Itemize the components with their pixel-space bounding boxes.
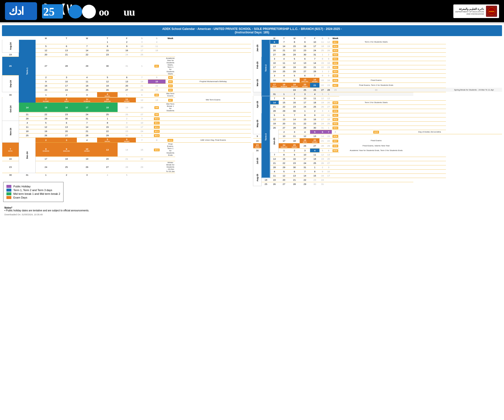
right-calendar-table: M T W T F S S Week Jan-25 Term-2 6 7 bbox=[253, 37, 502, 186]
dept-arabic: دائـرة التعليـم والمعرفة bbox=[455, 7, 484, 11]
main-content: M T W T F S S Week Aug-24 Term-1 bbox=[0, 37, 504, 216]
week-w8: W8 bbox=[154, 106, 159, 109]
header-banner: ◆2VI ❩●❪\/ ادك 25 oo uu دائـرة التعليـم … bbox=[0, 0, 504, 22]
table-row: 24 25 26 27 28 1 2 W24 bbox=[253, 69, 502, 73]
table-row: 12 13 14 15 16 17 18 W32 bbox=[253, 117, 502, 121]
week-w17: W17 bbox=[333, 41, 338, 44]
color-bar bbox=[0, 22, 504, 24]
table-row: 30 31 1 2 3 4 5 bbox=[2, 173, 251, 177]
r-col-t: T bbox=[279, 37, 289, 40]
event-w37: Final Exams bbox=[339, 138, 413, 143]
event-w35: Day of Arafat, Eid al-Adha bbox=[413, 130, 446, 134]
table-row: 23MATH 24ENGLISH 25ARABIC 26 27 28 29 W3… bbox=[253, 143, 502, 148]
week-w10: W10 bbox=[154, 117, 159, 120]
table-row: Aug-25 4 5 6 7 8 9 10 bbox=[253, 169, 502, 173]
table-row: 26 27 28 29 30 31 1 W34 bbox=[253, 126, 502, 130]
legend-item-holiday: Public Holiday bbox=[6, 185, 60, 188]
table-row: 30 1 2 3 4 5 6 W39 Academic Year for Stu… bbox=[253, 148, 502, 152]
month-may25: May-25 bbox=[253, 113, 262, 134]
table-row: 10 11 12 13 14 15 16 W22 bbox=[253, 61, 502, 65]
svg-text:ادك: ادك bbox=[9, 5, 23, 17]
table-row: 14 15 16 17 18 19 20 W8 Mid Term Break 1… bbox=[2, 103, 251, 112]
week-w27: W27 bbox=[333, 84, 338, 87]
table-row: 21 22 23 24 25 26 27 W29 bbox=[253, 105, 502, 109]
week-w29: W29 bbox=[333, 106, 338, 108]
calendar-title: ADEK School Calendar - American - UNITED… bbox=[2, 25, 502, 36]
table-row: 9 10 11 12 13 14 15 W3 Prophet Muhammad'… bbox=[2, 80, 251, 84]
col-header-week: Week bbox=[166, 37, 175, 40]
table-row: 19 20 21 22 23 24 25 W33 bbox=[253, 121, 502, 125]
r-col-s2: S bbox=[326, 37, 332, 40]
week-w15: W15 bbox=[168, 139, 173, 142]
r-col-m: M bbox=[270, 37, 278, 40]
table-row: 25 26 27 28 29 30 1 W14 bbox=[2, 133, 251, 137]
notes-section: Notes* • Public holiday dates are tentat… bbox=[2, 206, 251, 212]
week-w2: W2 bbox=[168, 76, 173, 79]
event-w27: Final Exams, Term 2 for Students Ends bbox=[339, 83, 413, 88]
dept-en2: AND KNOWLEDGE bbox=[455, 13, 484, 15]
legend-color-holiday bbox=[6, 185, 11, 188]
table-row: 18 19 20 21 22 23 24 W13 bbox=[2, 129, 251, 133]
week-w1: W1 bbox=[154, 65, 159, 67]
legend-color-term bbox=[6, 189, 11, 192]
table-row: Mar-25 3 4 5 6 7 8 9 W25 bbox=[253, 73, 502, 77]
notes-line1: • Public holiday dates are tentative and… bbox=[4, 209, 249, 212]
week-w12: W12 bbox=[154, 126, 159, 129]
table-row: 9 10 11 12 13 14 15 W36 bbox=[253, 134, 502, 138]
col-header-m: M bbox=[36, 37, 56, 40]
table-row: 18 19 20 21 22 23 24 bbox=[253, 178, 502, 182]
r-col-event bbox=[339, 37, 413, 40]
event-w15: UAE Union Day, Final Exams bbox=[175, 137, 251, 142]
table-row: 16 17 18 19 20 21 22 bbox=[2, 157, 251, 161]
winter-break: Winter Break for Students - 16-Dec To 03… bbox=[166, 161, 175, 173]
table-row: 14 15 16 17 18 19 20 W28 Term 3 for Stud… bbox=[253, 100, 502, 104]
table-row: 28 29 30 31 1 2 3 bbox=[253, 165, 502, 169]
month-jan25: Jan-25 bbox=[253, 40, 262, 57]
week-w35: W35 bbox=[373, 131, 379, 133]
table-row: 26 27 28 29 30 31 1 W1 Academic Year for… bbox=[2, 57, 251, 75]
week-w32: W32 bbox=[333, 118, 338, 121]
week-w31: W31 bbox=[333, 114, 338, 117]
month-apr25: Apr-25 bbox=[253, 96, 262, 113]
table-row: 27 28 29 30 31 1 2 W20 bbox=[253, 52, 502, 56]
event-w17: Term 2 for Students Starts bbox=[339, 40, 413, 44]
week-w13: W13 bbox=[154, 130, 159, 133]
event-w8: Mid Term Break 1 for Students bbox=[166, 103, 175, 112]
legend-box: Public Holiday Term 1, Term 2 and Term 3… bbox=[3, 182, 63, 202]
week-w16: W16 bbox=[154, 149, 159, 151]
table-row: Feb-25 3 4 5 6 7 8 9 W21 bbox=[253, 57, 502, 61]
week-w7: W7 bbox=[168, 99, 173, 102]
event-w28: Term 3 for Students Starts bbox=[339, 100, 413, 104]
svg-point-5 bbox=[82, 5, 96, 19]
dept-logo-area: دائـرة التعليـم والمعرفة DEPARTMENT OF E… bbox=[453, 4, 499, 18]
table-row: 11 12 13 14 15 16 17 bbox=[253, 174, 502, 177]
legend-color-exam bbox=[6, 196, 11, 199]
col-header-s2: S bbox=[148, 37, 166, 40]
week-w22: W22 bbox=[333, 62, 338, 65]
month-jul25: Jul-25 bbox=[253, 153, 262, 169]
table-row: 31 1 2 3 4 5 6 bbox=[253, 92, 502, 96]
table-row: 23 24 25 26 27 28 29 W5 bbox=[2, 88, 251, 92]
month-aug25: Aug-25 bbox=[253, 169, 262, 186]
term2-label: Term-2 bbox=[262, 40, 270, 96]
week-w14: W14 bbox=[154, 134, 159, 137]
month-oct24: Oct-24 bbox=[2, 97, 19, 121]
month-mar25: Mar-25 bbox=[253, 73, 262, 92]
table-row: Oct-24 7ISLAMIC 8MATH 9SCIENCE 10ENGLISH… bbox=[2, 97, 251, 102]
table-row: May-25 5 6 7 8 9 10 11 W31 bbox=[253, 113, 502, 117]
table-row: 10 11 12 13ENGLISH 14ARABIC 15 16 W26 Fi… bbox=[253, 78, 502, 83]
r-col-f: F bbox=[310, 37, 319, 40]
month-feb25: Feb-25 bbox=[253, 57, 262, 73]
col-header-w: W bbox=[77, 37, 97, 40]
table-row: Jan-25 Term-2 6 7 8 9 10 11 12 W17 Term … bbox=[253, 40, 502, 44]
legend-label-holiday: Public Holiday bbox=[13, 185, 31, 188]
table-row: Jul-25 7 8 9 10 11 12 13 bbox=[253, 153, 502, 156]
legend-color-midterm bbox=[6, 192, 11, 195]
r-col-week: Week bbox=[332, 37, 339, 40]
week-w26: W26 bbox=[333, 79, 338, 82]
table-row: 21 22 23 24 25 26 27 bbox=[253, 161, 502, 165]
month-aug24: Aug-24 bbox=[2, 40, 19, 52]
table-row: Nov-24 4 5 6 7 8 9 10 W11 bbox=[2, 121, 251, 125]
table-row: 7MATH 8SCIENCE 9ENGLISH 10ARABIC 13 14 1… bbox=[2, 143, 251, 157]
week-w38: W38 bbox=[333, 145, 338, 147]
